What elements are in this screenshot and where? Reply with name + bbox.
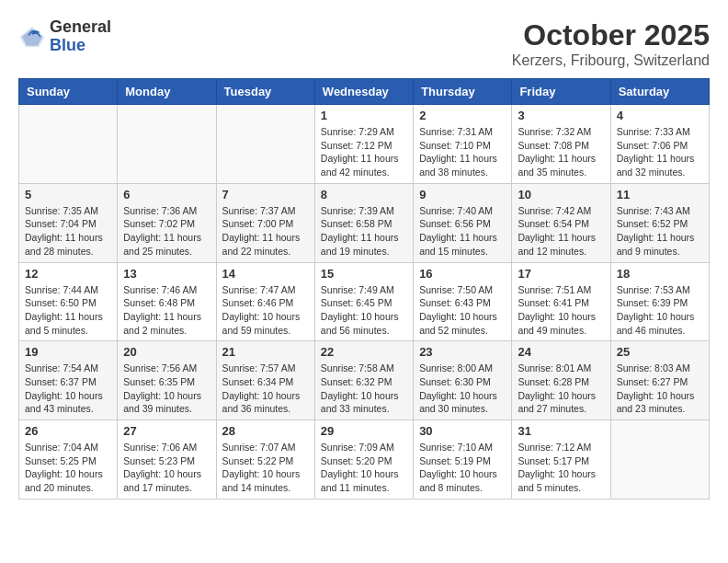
day-info: Sunrise: 7:06 AM Sunset: 5:23 PM Dayligh… (123, 441, 210, 495)
calendar-cell: 7Sunrise: 7:37 AM Sunset: 7:00 PM Daylig… (216, 183, 314, 262)
calendar-cell: 20Sunrise: 7:56 AM Sunset: 6:35 PM Dayli… (118, 341, 216, 420)
month-title: October 2025 (512, 18, 710, 52)
day-info: Sunrise: 7:57 AM Sunset: 6:34 PM Dayligh… (222, 362, 309, 416)
day-info: Sunrise: 7:31 AM Sunset: 7:10 PM Dayligh… (419, 125, 506, 179)
calendar-cell: 8Sunrise: 7:39 AM Sunset: 6:58 PM Daylig… (314, 183, 413, 262)
calendar-cell: 16Sunrise: 7:50 AM Sunset: 6:43 PM Dayli… (414, 262, 512, 341)
day-number: 28 (222, 424, 309, 438)
day-info: Sunrise: 7:12 AM Sunset: 5:17 PM Dayligh… (518, 441, 604, 495)
day-number: 9 (419, 188, 506, 201)
day-info: Sunrise: 8:03 AM Sunset: 6:27 PM Dayligh… (617, 362, 703, 416)
calendar-cell: 13Sunrise: 7:46 AM Sunset: 6:48 PM Dayli… (118, 262, 216, 341)
calendar-cell: 25Sunrise: 8:03 AM Sunset: 6:27 PM Dayli… (610, 341, 709, 420)
day-info: Sunrise: 7:04 AM Sunset: 5:25 PM Dayligh… (25, 441, 111, 495)
calendar-cell (118, 105, 216, 184)
day-info: Sunrise: 7:44 AM Sunset: 6:50 PM Dayligh… (25, 283, 111, 338)
day-number: 30 (419, 424, 506, 438)
weekday-header-friday: Friday (512, 79, 610, 105)
day-info: Sunrise: 7:47 AM Sunset: 6:46 PM Dayligh… (222, 283, 309, 338)
logo: General Blue (18, 18, 111, 55)
day-info: Sunrise: 8:00 AM Sunset: 6:30 PM Dayligh… (419, 362, 506, 416)
calendar-cell: 17Sunrise: 7:51 AM Sunset: 6:41 PM Dayli… (512, 262, 610, 341)
week-row-3: 12Sunrise: 7:44 AM Sunset: 6:50 PM Dayli… (19, 262, 710, 341)
calendar-cell: 6Sunrise: 7:36 AM Sunset: 7:02 PM Daylig… (118, 183, 216, 262)
day-number: 15 (321, 267, 407, 281)
day-number: 13 (123, 267, 210, 281)
day-number: 25 (617, 345, 703, 359)
day-number: 21 (222, 345, 309, 359)
day-info: Sunrise: 7:39 AM Sunset: 6:58 PM Dayligh… (321, 204, 407, 259)
day-info: Sunrise: 7:36 AM Sunset: 7:02 PM Dayligh… (123, 204, 210, 259)
header: General Blue October 2025 Kerzers, Fribo… (18, 18, 710, 69)
day-info: Sunrise: 7:49 AM Sunset: 6:45 PM Dayligh… (321, 283, 407, 338)
calendar-cell: 30Sunrise: 7:10 AM Sunset: 5:19 PM Dayli… (414, 420, 512, 500)
logo-text: General Blue (50, 18, 111, 55)
day-number: 16 (419, 267, 506, 281)
calendar-cell: 24Sunrise: 8:01 AM Sunset: 6:28 PM Dayli… (512, 341, 610, 420)
calendar-cell (610, 420, 709, 500)
day-number: 22 (321, 345, 407, 359)
calendar-cell: 18Sunrise: 7:53 AM Sunset: 6:39 PM Dayli… (610, 262, 709, 341)
calendar-cell: 4Sunrise: 7:33 AM Sunset: 7:06 PM Daylig… (610, 105, 709, 184)
day-info: Sunrise: 7:43 AM Sunset: 6:52 PM Dayligh… (617, 204, 703, 259)
day-info: Sunrise: 7:29 AM Sunset: 7:12 PM Dayligh… (321, 125, 407, 179)
day-number: 11 (617, 188, 703, 201)
day-number: 14 (222, 267, 309, 281)
weekday-header-thursday: Thursday (414, 79, 512, 105)
week-row-4: 19Sunrise: 7:54 AM Sunset: 6:37 PM Dayli… (19, 341, 710, 420)
weekday-header-wednesday: Wednesday (314, 79, 413, 105)
calendar-cell: 22Sunrise: 7:58 AM Sunset: 6:32 PM Dayli… (314, 341, 413, 420)
day-number: 29 (321, 424, 407, 438)
day-number: 3 (518, 109, 604, 122)
week-row-2: 5Sunrise: 7:35 AM Sunset: 7:04 PM Daylig… (19, 183, 710, 262)
day-number: 18 (617, 267, 703, 281)
calendar-cell: 31Sunrise: 7:12 AM Sunset: 5:17 PM Dayli… (512, 420, 610, 500)
calendar-cell: 23Sunrise: 8:00 AM Sunset: 6:30 PM Dayli… (414, 341, 512, 420)
day-info: Sunrise: 7:56 AM Sunset: 6:35 PM Dayligh… (123, 362, 210, 416)
logo-icon (18, 23, 46, 51)
day-number: 7 (222, 188, 309, 201)
day-info: Sunrise: 7:58 AM Sunset: 6:32 PM Dayligh… (321, 362, 407, 416)
day-info: Sunrise: 7:10 AM Sunset: 5:19 PM Dayligh… (419, 441, 506, 495)
day-number: 20 (123, 345, 210, 359)
weekday-header-row: SundayMondayTuesdayWednesdayThursdayFrid… (19, 79, 710, 105)
calendar-cell: 1Sunrise: 7:29 AM Sunset: 7:12 PM Daylig… (314, 105, 413, 184)
weekday-header-sunday: Sunday (19, 79, 118, 105)
day-info: Sunrise: 7:42 AM Sunset: 6:54 PM Dayligh… (518, 204, 604, 259)
day-number: 12 (25, 267, 111, 281)
day-info: Sunrise: 7:07 AM Sunset: 5:22 PM Dayligh… (222, 441, 309, 495)
location-title: Kerzers, Fribourg, Switzerland (512, 52, 710, 69)
day-number: 19 (25, 345, 111, 359)
calendar-cell: 15Sunrise: 7:49 AM Sunset: 6:45 PM Dayli… (314, 262, 413, 341)
calendar-cell (216, 105, 314, 184)
calendar-cell: 11Sunrise: 7:43 AM Sunset: 6:52 PM Dayli… (610, 183, 709, 262)
calendar-table: SundayMondayTuesdayWednesdayThursdayFrid… (18, 78, 710, 500)
calendar-cell: 3Sunrise: 7:32 AM Sunset: 7:08 PM Daylig… (512, 105, 610, 184)
calendar-cell: 14Sunrise: 7:47 AM Sunset: 6:46 PM Dayli… (216, 262, 314, 341)
calendar-cell: 12Sunrise: 7:44 AM Sunset: 6:50 PM Dayli… (19, 262, 118, 341)
day-info: Sunrise: 7:46 AM Sunset: 6:48 PM Dayligh… (123, 283, 210, 338)
day-info: Sunrise: 7:32 AM Sunset: 7:08 PM Dayligh… (518, 125, 604, 179)
day-info: Sunrise: 7:33 AM Sunset: 7:06 PM Dayligh… (617, 125, 703, 179)
weekday-header-saturday: Saturday (610, 79, 709, 105)
day-info: Sunrise: 7:40 AM Sunset: 6:56 PM Dayligh… (419, 204, 506, 259)
weekday-header-tuesday: Tuesday (216, 79, 314, 105)
calendar-cell: 19Sunrise: 7:54 AM Sunset: 6:37 PM Dayli… (19, 341, 118, 420)
day-info: Sunrise: 7:35 AM Sunset: 7:04 PM Dayligh… (25, 204, 111, 259)
day-number: 17 (518, 267, 604, 281)
calendar-cell: 21Sunrise: 7:57 AM Sunset: 6:34 PM Dayli… (216, 341, 314, 420)
day-info: Sunrise: 7:53 AM Sunset: 6:39 PM Dayligh… (617, 283, 703, 338)
day-number: 5 (25, 188, 111, 201)
day-number: 23 (419, 345, 506, 359)
calendar-cell: 26Sunrise: 7:04 AM Sunset: 5:25 PM Dayli… (19, 420, 118, 500)
day-number: 24 (518, 345, 604, 359)
day-number: 8 (321, 188, 407, 201)
day-number: 27 (123, 424, 210, 438)
calendar-cell: 10Sunrise: 7:42 AM Sunset: 6:54 PM Dayli… (512, 183, 610, 262)
day-number: 10 (518, 188, 604, 201)
logo-blue-label: Blue (50, 37, 111, 55)
day-info: Sunrise: 7:37 AM Sunset: 7:00 PM Dayligh… (222, 204, 309, 259)
calendar-cell: 2Sunrise: 7:31 AM Sunset: 7:10 PM Daylig… (414, 105, 512, 184)
logo-general-label: General (50, 18, 111, 37)
day-info: Sunrise: 7:50 AM Sunset: 6:43 PM Dayligh… (419, 283, 506, 338)
